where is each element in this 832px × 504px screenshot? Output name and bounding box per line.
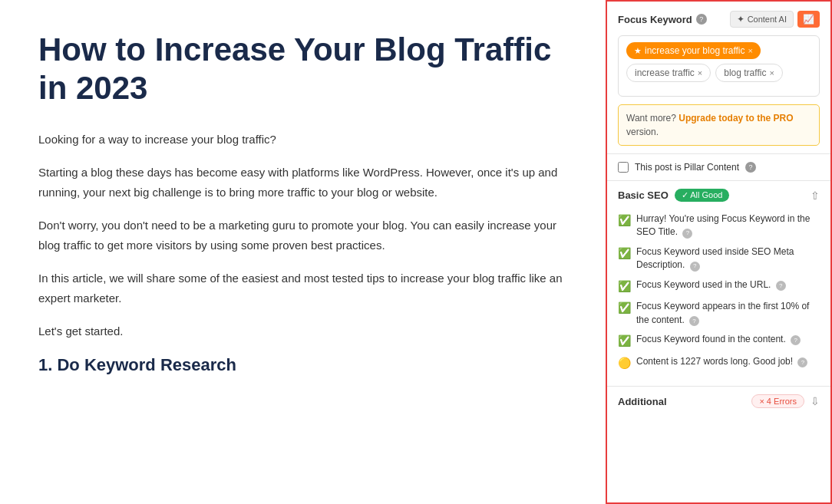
keyword-tags-box[interactable]: ★ increase your blog traffic × increase … — [618, 35, 820, 97]
seo-item-help-1[interactable]: ? — [690, 262, 700, 272]
seo-item-text-0: Hurray! You're using Focus Keyword in th… — [636, 212, 820, 239]
pillar-content-row: This post is Pillar Content ? — [607, 154, 830, 181]
content-ai-label: Content AI — [748, 15, 787, 24]
secondary-keyword-tag-1[interactable]: blog traffic × — [715, 64, 783, 82]
pillar-help-icon[interactable]: ? — [745, 162, 756, 173]
upgrade-link[interactable]: Upgrade today to the PRO — [678, 113, 793, 124]
seo-item-help-3[interactable]: ? — [689, 316, 699, 326]
seo-items-list: ✅ Hurray! You're using Focus Keyword in … — [607, 209, 830, 386]
all-good-badge: ✓ All Good — [675, 189, 730, 202]
content-ai-button[interactable]: ✦ Content AI — [730, 11, 794, 28]
trend-button[interactable]: 📈 — [797, 11, 820, 28]
basic-seo-title: Basic SEO — [618, 189, 669, 201]
primary-tag-label: increase your blog traffic — [645, 45, 745, 56]
article-para-2: Starting a blog these days has become ea… — [38, 163, 567, 202]
seo-check-icon-3: ✅ — [618, 301, 631, 316]
secondary-tag-close-icon-0[interactable]: × — [698, 68, 702, 77]
secondary-keyword-tag-0[interactable]: increase traffic × — [626, 64, 711, 82]
seo-check-icon-0: ✅ — [618, 213, 631, 229]
chevron-up-icon: ⇧ — [811, 189, 820, 202]
article-para-1: Looking for a way to increase your blog … — [38, 130, 567, 150]
seo-check-icon-4: ✅ — [618, 334, 631, 349]
tag-star-icon: ★ — [634, 46, 642, 56]
upgrade-notice: Want more? Upgrade today to the PRO vers… — [618, 104, 820, 146]
additional-title: Additional — [618, 396, 667, 407]
seo-item-0: ✅ Hurray! You're using Focus Keyword in … — [618, 212, 820, 239]
article-title: How to Increase Your Blog Traffic in 202… — [38, 31, 567, 108]
seo-item-text-2: Focus Keyword used in the URL. ? — [636, 278, 820, 292]
primary-tag-close-icon[interactable]: × — [748, 46, 753, 55]
errors-badge: × 4 Errors — [751, 394, 804, 408]
seo-item-4: ✅ Focus Keyword found in the content. ? — [618, 333, 820, 349]
seo-item-text-3: Focus Keyword appears in the first 10% o… — [636, 300, 820, 327]
pillar-content-checkbox[interactable] — [618, 162, 629, 173]
basic-seo-section: Basic SEO ✓ All Good ⇧ ✅ Hurray! You're … — [607, 181, 830, 387]
article-para-5: Let's get started. — [38, 321, 567, 341]
trend-icon: 📈 — [803, 14, 814, 25]
secondary-tag-close-icon-1[interactable]: × — [769, 68, 774, 77]
focus-keyword-actions: ✦ Content AI 📈 — [730, 11, 820, 28]
pillar-content-label: This post is Pillar Content — [635, 162, 739, 173]
seo-item-text-4: Focus Keyword found in the content. ? — [636, 333, 820, 346]
focus-keyword-header: Focus Keyword ? ✦ Content AI 📈 — [618, 11, 820, 28]
seo-panel: Focus Keyword ? ✦ Content AI 📈 ★ increas… — [606, 0, 832, 504]
seo-item-help-0[interactable]: ? — [682, 229, 692, 239]
primary-keyword-tag[interactable]: ★ increase your blog traffic × — [626, 42, 761, 59]
seo-item-help-2[interactable]: ? — [776, 281, 786, 291]
seo-item-5: 🟡 Content is 1227 words long. Good job! … — [618, 355, 820, 371]
seo-item-text-1: Focus Keyword used inside SEO Meta Descr… — [636, 245, 820, 272]
focus-keyword-title-area: Focus Keyword ? — [618, 14, 707, 25]
article-subheading: 1. Do Keyword Research — [38, 355, 567, 375]
additional-header[interactable]: Additional × 4 Errors ⇩ — [607, 387, 830, 416]
basic-seo-title-area: Basic SEO ✓ All Good — [618, 189, 729, 202]
focus-keyword-section: Focus Keyword ? ✦ Content AI 📈 ★ increas… — [607, 2, 830, 154]
seo-item-3: ✅ Focus Keyword appears in the first 10%… — [618, 300, 820, 327]
seo-item-help-5[interactable]: ? — [797, 357, 807, 367]
secondary-tag-label-0: increase traffic — [635, 68, 695, 78]
additional-header-right: × 4 Errors ⇩ — [751, 394, 820, 408]
upgrade-suffix: version. — [626, 127, 659, 137]
upgrade-text: Want more? — [626, 113, 676, 124]
seo-item-text-5: Content is 1227 words long. Good job! ? — [636, 355, 820, 368]
content-area: How to Increase Your Blog Traffic in 202… — [0, 0, 606, 504]
seo-check-icon-2: ✅ — [618, 279, 631, 295]
focus-keyword-title: Focus Keyword — [618, 14, 692, 25]
chevron-down-icon: ⇩ — [811, 395, 820, 407]
article-para-4: In this article, we will share some of t… — [38, 268, 567, 308]
content-ai-sparkle-icon: ✦ — [737, 14, 745, 25]
focus-keyword-help-icon[interactable]: ? — [696, 14, 707, 25]
seo-item-help-4[interactable]: ? — [791, 335, 801, 345]
article-para-3: Don't worry, you don't need to be a mark… — [38, 216, 567, 255]
seo-warning-icon-5: 🟡 — [618, 356, 631, 371]
seo-check-icon-1: ✅ — [618, 246, 631, 262]
seo-item-2: ✅ Focus Keyword used in the URL. ? — [618, 278, 820, 295]
secondary-tag-label-1: blog traffic — [724, 68, 766, 78]
basic-seo-header[interactable]: Basic SEO ✓ All Good ⇧ — [607, 181, 830, 209]
seo-item-1: ✅ Focus Keyword used inside SEO Meta Des… — [618, 245, 820, 272]
additional-section: Additional × 4 Errors ⇩ — [607, 387, 830, 416]
